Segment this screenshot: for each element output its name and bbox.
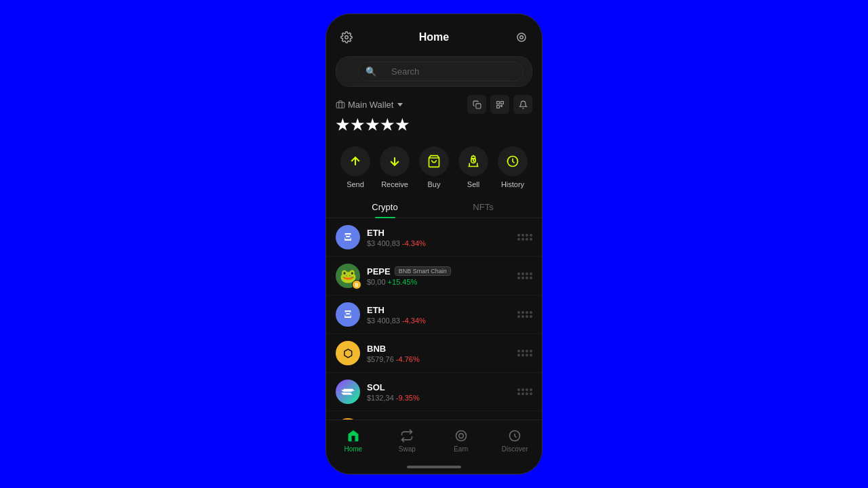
qr-button[interactable] (490, 95, 509, 114)
list-item[interactable]: 🐕 ◎ Bonk Solana $0,00 -14.13% (326, 411, 542, 420)
svg-rect-5 (496, 101, 499, 104)
home-nav-label: Home (344, 445, 362, 453)
list-item[interactable]: Ξ ETH $3 400,83 -4.34% (326, 218, 542, 257)
svg-rect-3 (336, 102, 344, 108)
svg-point-2 (520, 36, 524, 39)
bnb-icon: ⬡ (336, 341, 360, 365)
bell-button[interactable] (513, 95, 532, 114)
crypto-list: Ξ ETH $3 400,83 -4.34% 🐸 B (326, 218, 542, 420)
receive-button[interactable]: Receive (380, 146, 410, 188)
coin-menu[interactable] (517, 388, 532, 395)
eth-icon: Ξ (336, 302, 360, 327)
phone-frame: Home 🔍 Main Wallet (326, 14, 542, 474)
buy-label: Buy (428, 180, 441, 188)
copy-button[interactable] (467, 95, 486, 114)
earn-nav-label: Earn (454, 445, 468, 453)
coin-symbol: ETH (367, 305, 384, 315)
sell-label: Sell (467, 180, 479, 188)
tabs: Crypto NFTs (326, 197, 542, 218)
coin-menu[interactable] (517, 272, 532, 279)
send-button[interactable]: Send (340, 146, 370, 188)
pepe-icon: 🐸 B (336, 264, 360, 288)
svg-point-21 (458, 433, 463, 438)
buy-button[interactable]: Buy (419, 146, 449, 188)
scan-icon[interactable] (512, 28, 531, 47)
bottom-nav: Home Swap Earn (326, 420, 542, 460)
svg-rect-6 (500, 101, 503, 104)
search-icon: 🔍 (366, 66, 376, 77)
nav-earn[interactable]: Earn (434, 424, 488, 457)
header: Home (326, 22, 542, 52)
svg-rect-4 (475, 103, 480, 108)
coin-symbol: SOL (367, 382, 385, 392)
coin-price: $3 400,83 -4.34% (367, 317, 517, 325)
nav-home[interactable]: Home (326, 424, 380, 457)
discover-nav-label: Discover (502, 445, 528, 453)
coin-symbol: PEPE (367, 266, 391, 277)
home-indicator (326, 460, 542, 474)
tab-nfts[interactable]: NFTs (434, 197, 532, 218)
history-button[interactable]: History (498, 146, 528, 188)
search-container: 🔍 (336, 56, 532, 87)
search-input[interactable] (379, 66, 515, 77)
coin-menu[interactable] (517, 234, 532, 241)
list-item[interactable]: Ξ ETH $3 400,83 -4.34% (326, 296, 542, 334)
settings-icon[interactable] (337, 28, 356, 47)
chain-badge: BNB Smart Chain (395, 266, 451, 276)
coin-price: $3 400,83 -4.34% (367, 239, 517, 247)
wallet-icon (336, 100, 345, 109)
discover-nav-icon (507, 428, 522, 443)
coin-info: ETH $3 400,83 -4.34% (367, 305, 517, 325)
tab-crypto[interactable]: Crypto (336, 197, 434, 218)
wallet-actions (467, 95, 532, 114)
svg-rect-8 (500, 105, 502, 106)
receive-label: Receive (381, 180, 408, 188)
wallet-balance: ★★★★★ (336, 117, 532, 134)
home-bar (407, 466, 461, 468)
sol-icon (336, 380, 360, 404)
nav-swap[interactable]: Swap (380, 424, 435, 457)
wallet-name[interactable]: Main Wallet (336, 100, 403, 110)
eth-icon: Ξ (336, 225, 360, 249)
coin-price: $132,34 -9.35% (367, 394, 517, 402)
list-item[interactable]: 🐸 B PEPE BNB Smart Chain $0,00 +15.45% (326, 257, 542, 296)
svg-point-1 (517, 33, 526, 41)
swap-nav-icon (399, 428, 414, 443)
nav-discover[interactable]: Discover (488, 424, 542, 457)
svg-rect-7 (496, 105, 499, 108)
sell-button[interactable]: Sell (458, 146, 488, 188)
bnb-sub-icon: B (352, 280, 361, 289)
swap-nav-label: Swap (399, 445, 416, 453)
search-bar: 🔍 (326, 52, 542, 91)
coin-symbol: BNB (367, 344, 386, 354)
coin-info: PEPE BNB Smart Chain $0,00 +15.45% (367, 266, 517, 286)
history-label: History (501, 180, 524, 188)
coin-price: $0,00 +15.45% (367, 278, 517, 286)
send-label: Send (347, 180, 364, 188)
chevron-down-icon (397, 103, 403, 106)
list-item[interactable]: SOL $132,34 -9.35% (326, 373, 542, 411)
coin-info: SOL $132,34 -9.35% (367, 382, 517, 402)
coin-symbol: ETH (367, 228, 384, 238)
coin-menu[interactable] (517, 350, 532, 357)
svg-point-20 (456, 430, 466, 441)
coin-price: $579,76 -4.76% (367, 355, 517, 363)
action-buttons: Send Receive Buy (326, 138, 542, 197)
svg-point-0 (345, 36, 349, 39)
wallet-section: Main Wallet (326, 91, 542, 138)
earn-nav-icon (454, 428, 469, 443)
home-nav-icon (346, 428, 361, 443)
coin-menu[interactable] (517, 311, 532, 318)
list-item[interactable]: ⬡ BNB $579,76 -4.76% (326, 334, 542, 373)
status-bar (326, 14, 542, 22)
coin-info: BNB $579,76 -4.76% (367, 344, 517, 363)
page-title: Home (419, 31, 449, 43)
coin-info: ETH $3 400,83 -4.34% (367, 228, 517, 247)
